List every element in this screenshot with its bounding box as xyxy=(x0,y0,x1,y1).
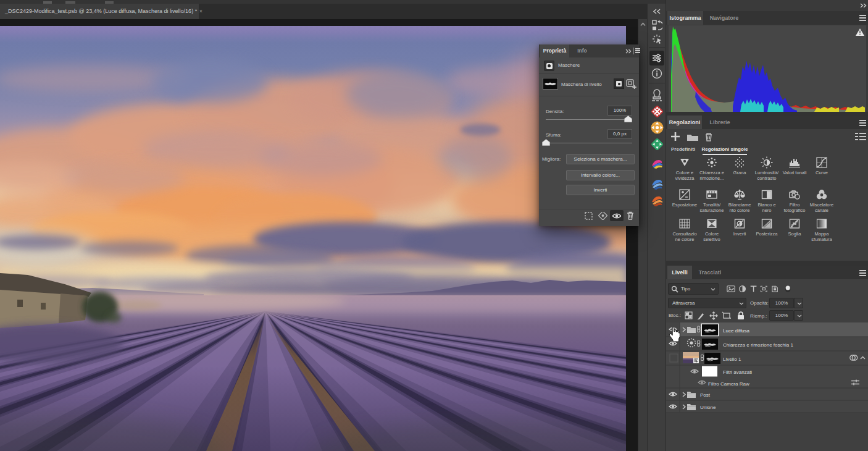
svg-text:Filtro Camera Raw: Filtro Camera Raw xyxy=(708,381,749,387)
svg-text:Unione: Unione xyxy=(700,405,716,410)
svg-text:Luce diffusa: Luce diffusa xyxy=(723,328,750,334)
svg-text:Chiarezza e rimozione foschia: Chiarezza e rimozione foschia 1 xyxy=(723,342,793,348)
svg-text:Livello 1: Livello 1 xyxy=(723,356,741,362)
svg-text:Filtri avanzati: Filtri avanzati xyxy=(723,369,752,375)
svg-text:Post: Post xyxy=(700,392,711,398)
